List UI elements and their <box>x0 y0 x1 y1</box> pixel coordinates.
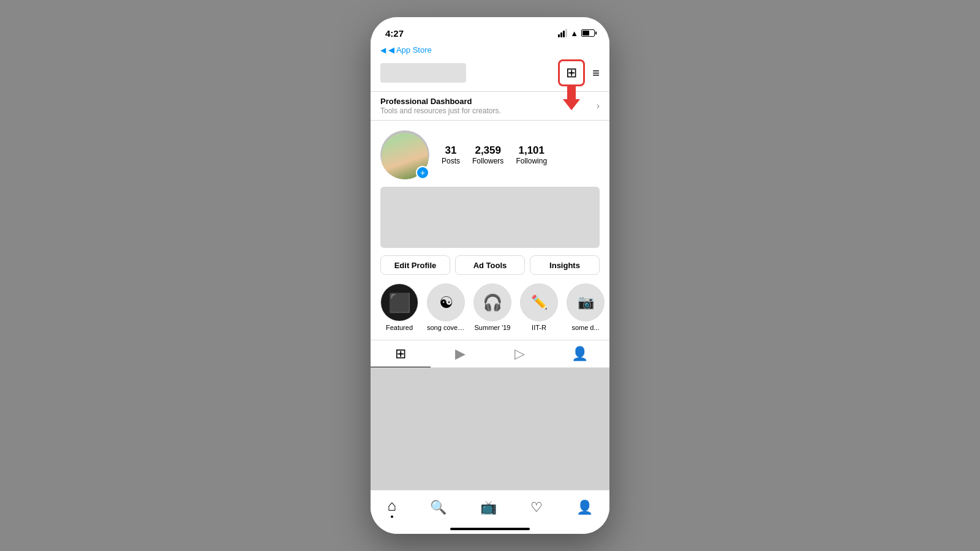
followers-label: Followers <box>472 157 503 165</box>
highlight-iitr[interactable]: ✏️ IIT-R <box>520 283 558 331</box>
highlight-some-circle: 📷 <box>567 283 605 321</box>
grid-icon: ⊞ <box>395 346 406 362</box>
tab-tagged[interactable]: 👤 <box>550 340 610 367</box>
action-buttons: Edit Profile Ad Tools Insights <box>371 255 609 283</box>
home-indicator-bar <box>450 528 530 530</box>
content-tabs: ⊞ ▶ ▷ 👤 <box>371 340 609 368</box>
tab-grid[interactable]: ⊞ <box>371 340 431 367</box>
add-post-button[interactable]: ⊞ <box>558 59 585 86</box>
home-active-dot <box>391 515 393 518</box>
highlight-song-cover[interactable]: ☯ song cover... <box>427 283 465 331</box>
highlight-some-icon: 📷 <box>578 294 594 310</box>
nav-profile[interactable]: 👤 <box>576 500 593 515</box>
followers-count: 2,359 <box>475 144 501 157</box>
highlight-some-label: some d... <box>571 324 599 331</box>
highlight-featured-icon: ⬛ <box>381 284 418 321</box>
app-store-label: ◀ App Store <box>388 45 432 54</box>
highlight-song-icon: ☯ <box>439 293 453 312</box>
red-arrow-shaft <box>567 84 576 99</box>
profile-section: + 31 Posts 2,359 Followers 1,101 Followi… <box>371 126 609 187</box>
insights-button[interactable]: Insights <box>530 255 600 275</box>
header-icons: ⊞ ≡ <box>558 59 600 86</box>
posts-count: 31 <box>445 144 457 157</box>
red-arrow-head <box>563 99 580 110</box>
highlight-featured[interactable]: ⬛ Featured <box>380 283 418 331</box>
posts-stat[interactable]: 31 Posts <box>442 144 460 165</box>
highlight-summer-icon: 🎧 <box>483 293 502 312</box>
highlights-row: ⬛ Featured ☯ song cover... 🎧 Summer '19 … <box>371 283 609 340</box>
tab-video[interactable]: ▷ <box>490 340 550 367</box>
nav-home[interactable]: ⌂ <box>387 497 396 518</box>
highlight-song-label: song cover... <box>427 324 465 331</box>
status-icons: ▲ <box>558 29 595 38</box>
signal-bar-4 <box>565 29 567 37</box>
screen: 4:27 ▲ ◀ ◀ App Store <box>371 17 609 534</box>
nav-add[interactable]: 📺 <box>480 500 497 515</box>
posts-label: Posts <box>442 157 460 165</box>
app-store-back[interactable]: ◀ ◀ App Store <box>371 44 609 57</box>
home-icon: ⌂ <box>387 497 396 514</box>
status-time: 4:27 <box>385 28 404 39</box>
profile-header: ⊞ ≡ <box>371 57 609 91</box>
highlight-iitr-circle: ✏️ <box>520 283 558 321</box>
signal-bar-1 <box>558 34 560 37</box>
highlight-summer-label: Summer '19 <box>475 324 511 331</box>
search-icon: 🔍 <box>430 500 447 515</box>
signal-bar-2 <box>560 32 562 37</box>
signal-bar-3 <box>563 31 565 37</box>
wifi-icon: ▲ <box>570 29 578 38</box>
highlight-iitr-label: IIT-R <box>532 324 546 331</box>
highlight-summer[interactable]: 🎧 Summer '19 <box>473 283 511 331</box>
highlight-some[interactable]: 📷 some d... <box>567 283 605 331</box>
highlight-featured-label: Featured <box>386 324 413 331</box>
following-label: Following <box>516 157 547 165</box>
add-story-badge[interactable]: + <box>416 166 429 179</box>
stats-row: 31 Posts 2,359 Followers 1,101 Following <box>442 144 547 165</box>
menu-icon[interactable]: ≡ <box>592 66 600 80</box>
signal-bars-icon <box>558 29 567 37</box>
status-bar: 4:27 ▲ <box>371 17 609 44</box>
pro-dashboard-chevron-icon: › <box>597 100 600 111</box>
battery-icon <box>581 29 595 37</box>
battery-fill <box>582 31 589 36</box>
ad-tools-button[interactable]: Ad Tools <box>455 255 525 275</box>
back-arrow-icon: ◀ <box>380 46 386 54</box>
highlight-song-circle: ☯ <box>427 283 465 321</box>
avatar-wrapper[interactable]: + <box>380 130 429 179</box>
heart-icon: ♡ <box>530 500 543 515</box>
followers-stat[interactable]: 2,359 Followers <box>472 144 503 165</box>
tab-reels[interactable]: ▶ <box>431 340 491 367</box>
plus-icon: ⊞ <box>566 66 577 80</box>
reels-icon: ▶ <box>455 346 466 362</box>
posts-grid-area <box>371 368 609 490</box>
bio-placeholder <box>380 187 600 248</box>
highlight-featured-circle: ⬛ <box>380 283 418 321</box>
nav-search[interactable]: 🔍 <box>430 500 447 515</box>
highlight-summer-circle: 🎧 <box>473 283 511 321</box>
following-stat[interactable]: 1,101 Following <box>516 144 547 165</box>
nav-activity[interactable]: ♡ <box>530 500 543 515</box>
edit-profile-button[interactable]: Edit Profile <box>380 255 450 275</box>
phone-frame: 4:27 ▲ ◀ ◀ App Store <box>371 17 609 534</box>
highlight-iitr-icon: ✏️ <box>531 294 548 310</box>
profile-icon: 👤 <box>576 500 593 515</box>
add-icon: 📺 <box>480 500 497 515</box>
video-icon: ▷ <box>514 346 525 362</box>
bottom-navigation: ⌂ 🔍 📺 ♡ 👤 <box>371 490 609 534</box>
username-placeholder <box>380 63 466 83</box>
following-count: 1,101 <box>518 144 545 157</box>
tagged-icon: 👤 <box>571 346 588 362</box>
